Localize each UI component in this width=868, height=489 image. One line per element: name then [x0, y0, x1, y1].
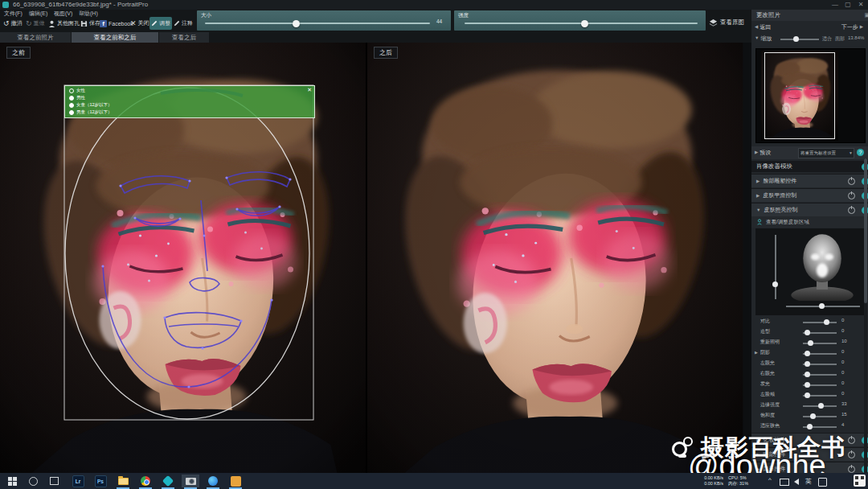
camera-icon	[186, 478, 196, 485]
presets-dropdown[interactable]: 将重置为标准设置 ▼	[798, 148, 854, 158]
tab-view-before[interactable]: 查看之前照片	[0, 32, 72, 43]
power-icon[interactable]	[848, 451, 855, 458]
before-image-panel[interactable]: ✕ 女性 男性 女童（12岁以下） 男童（12岁以下） 之前	[0, 43, 366, 473]
speaker-icon[interactable]	[794, 479, 799, 485]
light-horizontal-slider[interactable]	[786, 306, 860, 307]
person-icon	[48, 20, 55, 27]
slider-knob[interactable]	[805, 382, 810, 388]
tab-view-before-after[interactable]: 查看之前和之后	[72, 32, 159, 43]
minimize-button[interactable]: —	[829, 0, 841, 10]
task-view-button[interactable]	[45, 475, 63, 487]
gender-option-boy[interactable]: 男童（12岁以下）	[69, 109, 113, 115]
slider-track[interactable]	[803, 343, 837, 344]
close-button[interactable]: ✕	[855, 0, 866, 10]
slider-row: 适应肤色 4	[751, 421, 868, 431]
module-face-sculpt[interactable]: ▶ 脸部雕塑控件 ?	[751, 174, 868, 187]
slider-track[interactable]	[803, 426, 837, 428]
gender-option-male[interactable]: 男性	[69, 95, 85, 101]
taskbar-app-teal[interactable]	[159, 475, 177, 487]
slider-knob[interactable]	[807, 424, 813, 429]
brush-size-knob[interactable]	[293, 20, 300, 27]
light-horizontal-knob[interactable]	[819, 303, 825, 309]
gender-option-female[interactable]: 女性	[69, 88, 85, 93]
slider-track[interactable]	[803, 405, 837, 407]
annotate-tool-button[interactable]: 注释	[172, 17, 194, 30]
notification-icon[interactable]	[818, 478, 827, 487]
undo-button[interactable]: ↺ 撤消	[2, 17, 24, 30]
slider-track[interactable]	[803, 364, 837, 365]
cortana-button[interactable]	[24, 475, 42, 487]
head-model[interactable]	[784, 230, 860, 301]
module-skin-smoothing[interactable]: ▶ 皮肤平滑控制 ?	[751, 188, 868, 202]
monitor-icon[interactable]	[780, 479, 789, 486]
slider-knob[interactable]	[808, 340, 813, 346]
lighting-direction-widget	[755, 228, 864, 315]
windows-icon	[8, 477, 17, 486]
power-icon[interactable]	[848, 207, 855, 214]
tab-view-after[interactable]: 查看之后	[159, 32, 210, 43]
brush-strength-slider[interactable]	[465, 23, 698, 24]
power-icon[interactable]	[848, 192, 855, 199]
slider-knob[interactable]	[805, 361, 810, 367]
zoom-dropdown[interactable]: ▼ 缩放	[755, 34, 772, 43]
taskbar-lightroom[interactable]: Lr	[69, 475, 87, 487]
slider-track[interactable]	[803, 374, 837, 376]
power-icon[interactable]	[848, 178, 855, 185]
taskbar-photoshop[interactable]: Ps	[92, 475, 109, 487]
slider-knob[interactable]	[805, 351, 810, 356]
after-image-panel[interactable]: 之后	[367, 43, 751, 473]
fit-button[interactable]: 适合	[822, 35, 832, 43]
collapse-arrow-icon: ▶	[756, 179, 760, 183]
power-icon[interactable]	[848, 466, 855, 473]
taskbar-app-orange[interactable]	[227, 475, 244, 487]
slider-knob[interactable]	[824, 319, 829, 325]
back-button[interactable]: ◀ 返回	[755, 23, 771, 31]
tray-overflow-caret[interactable]: ^	[768, 476, 772, 483]
taskbar-explorer[interactable]	[114, 475, 132, 487]
gender-option-girl[interactable]: 女童（12岁以下）	[69, 102, 113, 108]
brush-size-slider[interactable]	[205, 23, 430, 24]
slider-knob[interactable]	[818, 403, 824, 409]
brush-strength-knob[interactable]	[581, 20, 588, 27]
slider-knob[interactable]	[805, 372, 810, 377]
navigator-viewport-rect[interactable]	[764, 52, 835, 139]
navigator-thumbnail[interactable]	[755, 48, 866, 143]
help-icon[interactable]: ?	[857, 149, 864, 156]
pin-icon[interactable]: ▣	[864, 10, 868, 21]
maximize-button[interactable]: ▢	[842, 0, 854, 10]
slider-track[interactable]	[803, 322, 837, 323]
slider-track[interactable]	[803, 416, 837, 417]
close-photo-button[interactable]: ✕ 关闭	[129, 17, 151, 30]
view-original-button[interactable]: 查看原图	[709, 16, 744, 29]
taskbar-edge[interactable]	[204, 475, 222, 487]
photoshop-icon: Ps	[95, 475, 107, 487]
other-faces-button[interactable]: 其他面孔	[47, 17, 81, 30]
view-skin-area-button[interactable]: 查看/调整皮肤区域	[751, 216, 868, 228]
slider-track[interactable]	[803, 384, 837, 386]
zoom-slider[interactable]	[780, 39, 819, 40]
zoom-knob[interactable]	[793, 36, 799, 42]
close-icon[interactable]: ✕	[307, 87, 312, 93]
slider-knob[interactable]	[810, 413, 816, 419]
power-icon[interactable]	[848, 437, 855, 444]
start-button[interactable]	[3, 475, 21, 487]
slider-track[interactable]	[803, 395, 837, 397]
taskbar-portraitpro-active[interactable]	[182, 475, 199, 487]
slider-knob[interactable]	[805, 330, 810, 335]
next-button[interactable]: 下一步 ▶	[841, 23, 863, 31]
redo-button[interactable]: ↻ 重做	[24, 17, 47, 30]
sidebar-scrollbar-thumb[interactable]	[864, 158, 867, 303]
adjust-tool-button[interactable]: 调整	[149, 17, 172, 30]
language-indicator[interactable]: 英	[805, 477, 812, 486]
slider-knob[interactable]	[805, 392, 810, 398]
module-skin-lighting[interactable]: ▼ 皮肤照亮控制 ?	[751, 203, 868, 216]
slider-track[interactable]	[803, 332, 837, 334]
slider-track[interactable]	[803, 353, 837, 355]
collapse-arrow-icon[interactable]: ▶	[755, 350, 758, 355]
pencil-icon	[151, 20, 158, 27]
face-button[interactable]: 面部	[835, 35, 845, 43]
taskbar-chrome[interactable]	[137, 475, 154, 487]
light-vertical-knob[interactable]	[772, 281, 778, 287]
presets-toggle[interactable]: ▶ 预设	[755, 148, 771, 157]
light-vertical-slider[interactable]	[775, 235, 776, 299]
